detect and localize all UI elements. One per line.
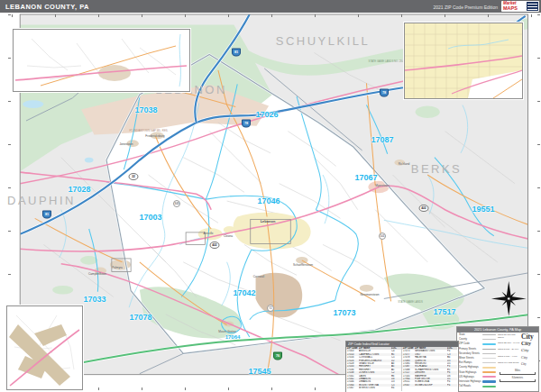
zip-code-label: 17067	[354, 173, 377, 182]
town-label: Myerstown	[375, 184, 389, 187]
legend-entry-label: Exit Ramps	[459, 361, 482, 364]
legend-entry-label: State	[459, 333, 482, 336]
legend-city-class: Cities 50,000 and above City	[498, 333, 537, 341]
zip-code-label: 17038	[134, 105, 157, 114]
legend-entry-swatch	[482, 362, 496, 363]
legend-entry-label: County	[459, 338, 482, 341]
town-label: Mount Gretna	[218, 330, 236, 333]
legend-city-class: Cities 25,000 - 49,999 City	[498, 341, 537, 348]
zip-index-row: 17067 MYERSTOWN E4	[346, 387, 401, 389]
zip-code-label: 17087	[371, 135, 393, 144]
legend-entry-label: ZIP Code	[459, 342, 482, 345]
town-label: Campbelltown	[88, 272, 106, 276]
zip-code-label: 17078	[129, 313, 151, 322]
page-title: LEBANON COUNTY, PA	[5, 3, 89, 11]
legend-entry: Toll Roads	[457, 384, 538, 388]
zip-code-label: 17545	[248, 367, 270, 376]
legend-city-class: Cities 5,000 - 24,999 City	[498, 347, 537, 354]
city-class-label: Cities 50,000 and above	[498, 334, 521, 340]
legend-entry-swatch	[482, 353, 496, 354]
route-shield-icon: 422	[419, 205, 429, 212]
frame-ticks-top	[12, 14, 536, 17]
zip-code-label: 17028	[68, 185, 90, 194]
inset-map-palmyra	[6, 305, 83, 390]
scale-bar-rule	[500, 372, 536, 375]
town-label: Fredericksburg	[145, 134, 164, 138]
edition-label: 2021 ZIP Code Premium Edition	[433, 5, 498, 10]
legend-city-classes: Cities 50,000 and above City Cities 25,0…	[498, 333, 537, 368]
town-label: Palmyra	[112, 266, 123, 269]
route-shield-icon: 81	[232, 49, 241, 57]
legend-entry-label: Secondary Streets	[459, 352, 482, 355]
legend-entry-label: State Highways	[459, 371, 482, 374]
county-map: SCHUYLKILL BERKS DAUPHIN LEBANON STATE G…	[0, 13, 541, 392]
town-label: Cleona	[224, 234, 233, 238]
route-shield-icon: 343	[173, 200, 180, 207]
route-shield-icon: 78	[380, 89, 389, 97]
logo-badge	[527, 2, 538, 11]
legend-entry-label: Toll Roads	[459, 385, 482, 387]
town-label: Annville	[203, 232, 213, 235]
city-class-label: Cities 5,000 - 24,999	[498, 349, 521, 351]
county-label: DAUPHIN	[7, 194, 76, 207]
inset-map-lebanon-city	[404, 23, 523, 99]
town-label: Cornwall	[253, 275, 264, 278]
city-class-sample: City	[521, 355, 527, 360]
zip-code-label: 17517	[433, 307, 455, 316]
city-class-label: Cities 25,000 - 49,999	[498, 342, 521, 345]
header-bar: LEBANON COUNTY, PA 2021 ZIP Code Premium…	[0, 0, 541, 13]
scale-bars: Miles Kilometers	[498, 369, 537, 382]
county-label: BERKS	[411, 162, 463, 176]
legend-entry-label: Interstate Highways	[459, 380, 482, 383]
town-label: Jonestown	[119, 142, 133, 146]
marketmaps-logo: Market MAPS	[501, 1, 539, 12]
zip-index-table: ZIP Code Index/Grid Locator ZIP Code ZIP…	[345, 341, 459, 392]
scale-bar: Miles	[500, 369, 536, 375]
legend-entry-swatch	[482, 371, 496, 372]
city-class-sample: City	[521, 333, 534, 341]
route-shield-icon: 72	[267, 305, 274, 312]
logo-text-2: MAPS	[503, 6, 518, 12]
area-label: FT. INDIANTOWN GAP MIL. RES.	[130, 129, 169, 132]
legend-entry-swatch	[482, 339, 496, 340]
legend-entry-swatch	[482, 386, 496, 387]
legend-entry-label: Minor Streets	[459, 357, 482, 360]
town-label: Lebanon	[261, 219, 276, 223]
legend-entry-swatch	[482, 334, 496, 336]
legend-entry-label: US Highways	[459, 376, 482, 378]
city-class-sample: City	[521, 341, 531, 346]
city-class-label: Cities 999 and below	[498, 362, 521, 365]
legend-city-class: Cities 1,000 - 4,999 City	[498, 354, 537, 361]
zip-code-label: 17073	[333, 308, 355, 317]
legend-entry-label: Primary Streets	[459, 348, 482, 351]
city-class-label: Cities 1,000 - 4,999	[498, 356, 521, 359]
zip-code-label: 17003	[139, 213, 161, 222]
map-legend: 2021 Lebanon County, PA Map State County…	[456, 326, 539, 392]
legend-entry-swatch	[482, 376, 496, 378]
zip-index-row: 19567 WOMELSDORF F4	[402, 384, 457, 387]
legend-entry-swatch	[482, 367, 496, 368]
zip-code-label: 19551	[472, 205, 494, 214]
legend-entry-swatch	[482, 358, 496, 359]
route-shield-icon: 22	[129, 173, 139, 180]
route-shield-icon: 81	[42, 211, 51, 219]
county-label: SCHUYLKILL	[276, 34, 370, 48]
city-class-sample: City	[521, 348, 529, 352]
route-shield-icon: 78	[242, 120, 251, 128]
area-label: STATE GAME LANDS NO. 280	[369, 59, 404, 63]
legend-city-class: Cities 999 and below City	[498, 360, 537, 368]
scale-bar-rule	[500, 379, 536, 382]
legend-entry-swatch	[482, 349, 496, 350]
zip-code-label: 17046	[257, 196, 280, 205]
scale-bar: Kilometers	[500, 377, 536, 382]
town-label: Schaefferstown	[293, 263, 313, 267]
legend-entry-label: County Highways	[459, 366, 482, 369]
inset-map-northwest	[13, 29, 190, 92]
route-shield-icon: 501	[379, 232, 386, 240]
zip-code-label: 17033	[83, 295, 105, 304]
legend-entry-swatch	[482, 380, 496, 382]
zip-code-label: 17064	[225, 334, 241, 340]
city-class-sample: City	[521, 362, 527, 366]
area-label: STATE GAME LANDS	[398, 300, 423, 304]
legend-entry-swatch	[482, 343, 496, 344]
